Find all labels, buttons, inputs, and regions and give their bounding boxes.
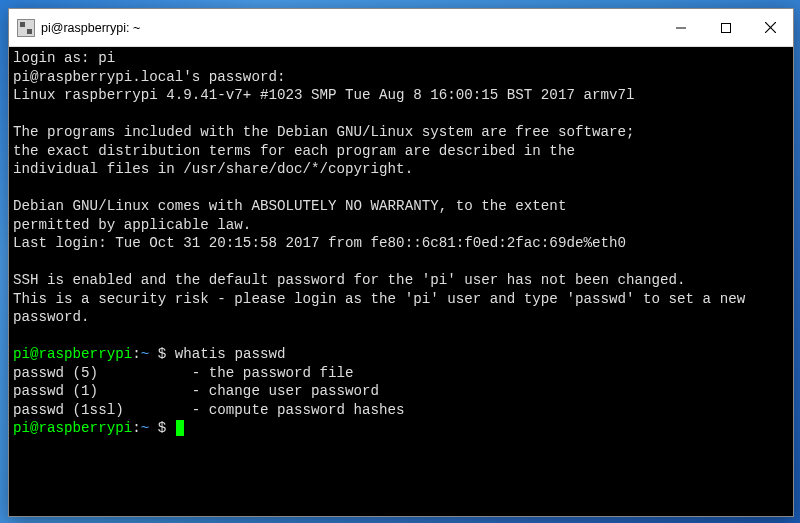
blank-line xyxy=(13,179,789,198)
prompt-user: pi@raspberrypi xyxy=(13,346,132,362)
window-title: pi@raspberrypi: ~ xyxy=(41,21,658,35)
motd-line: The programs included with the Debian GN… xyxy=(13,123,789,142)
svg-rect-1 xyxy=(721,23,730,32)
close-button[interactable] xyxy=(748,9,793,46)
prompt-dollar: $ xyxy=(149,346,175,362)
motd-line: the exact distribution terms for each pr… xyxy=(13,142,789,161)
motd-line: individual files in /usr/share/doc/*/cop… xyxy=(13,160,789,179)
warranty-line: Debian GNU/Linux comes with ABSOLUTELY N… xyxy=(13,197,789,216)
warranty-line: permitted by applicable law. xyxy=(13,216,789,235)
command-line: pi@raspberrypi:~ $ whatis passwd xyxy=(13,345,789,364)
ssh-warning-line: SSH is enabled and the default password … xyxy=(13,271,789,290)
prompt-colon: : xyxy=(132,346,141,362)
terminal-area[interactable]: login as: pipi@raspberrypi.local's passw… xyxy=(9,47,793,516)
titlebar[interactable]: pi@raspberrypi: ~ xyxy=(9,9,793,47)
login-prompt: login as: pi xyxy=(13,49,789,68)
prompt-colon: : xyxy=(132,420,141,436)
whatis-row: passwd (1ssl) - compute password hashes xyxy=(13,401,789,420)
password-prompt: pi@raspberrypi.local's password: xyxy=(13,68,789,87)
prompt-path: ~ xyxy=(141,420,150,436)
putty-icon xyxy=(17,19,35,37)
blank-line xyxy=(13,105,789,124)
maximize-button[interactable] xyxy=(703,9,748,46)
blank-line xyxy=(13,253,789,272)
minimize-button[interactable] xyxy=(658,9,703,46)
window-controls xyxy=(658,9,793,46)
cursor xyxy=(176,420,185,436)
prompt-line: pi@raspberrypi:~ $ xyxy=(13,419,789,438)
whatis-row: passwd (5) - the password file xyxy=(13,364,789,383)
prompt-user: pi@raspberrypi xyxy=(13,420,132,436)
typed-command: whatis passwd xyxy=(175,346,286,362)
prompt-path: ~ xyxy=(141,346,150,362)
blank-line xyxy=(13,327,789,346)
prompt-dollar: $ xyxy=(149,420,175,436)
ssh-warning-line: This is a security risk - please login a… xyxy=(13,290,789,327)
whatis-row: passwd (1) - change user password xyxy=(13,382,789,401)
last-login-line: Last login: Tue Oct 31 20:15:58 2017 fro… xyxy=(13,234,789,253)
terminal-window: pi@raspberrypi: ~ login as: pipi@raspber… xyxy=(8,8,794,517)
kernel-line: Linux raspberrypi 4.9.41-v7+ #1023 SMP T… xyxy=(13,86,789,105)
